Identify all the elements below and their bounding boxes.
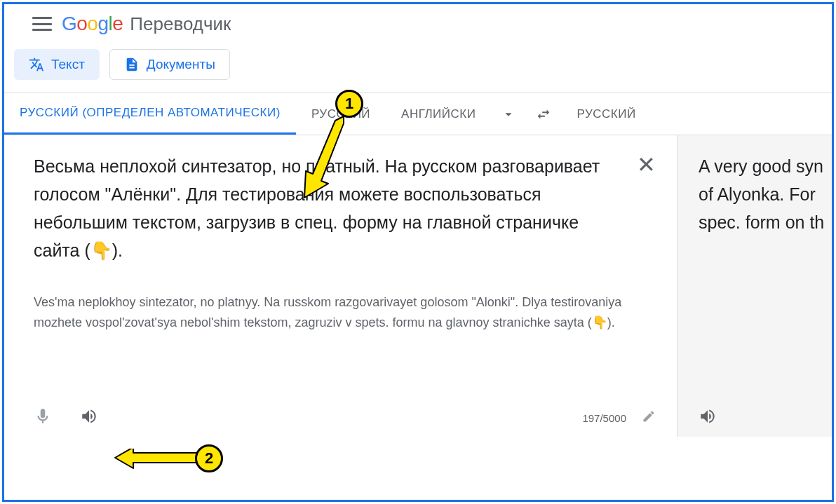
src-lang-english-tab[interactable]: АНГЛИЙСКИ [386,93,491,135]
annotation-marker-2: 2 [195,444,223,472]
annotation-marker-1: 1 [335,90,363,118]
document-icon [124,57,140,72]
speaker-icon [80,407,98,425]
google-logo: Google [62,13,123,35]
mode-text-button[interactable]: Текст [14,49,100,80]
app-name: Переводчик [130,13,231,35]
source-toolbar: 197/5000 [34,407,656,428]
language-bar: РУССКИЙ (ОПРЕДЕЛЕН АВТОМАТИЧЕСКИ) РУССКИ… [4,93,832,135]
swap-icon [536,107,551,122]
src-lang-more-button[interactable] [491,107,526,122]
char-count: 197/5000 [582,412,626,424]
mode-documents-button[interactable]: Документы [109,49,230,80]
microphone-icon [34,407,52,425]
mode-text-label: Текст [51,57,85,72]
panels: Весьма неплохой синтезатор, но платный. … [4,135,832,437]
target-panel: A very good syn of Alyonka. For spec. fo… [677,135,832,437]
source-transliteration: Ves'ma neplokhoy sintezator, no platnyy.… [34,292,623,333]
mode-documents-label: Документы [147,57,215,72]
tgt-lang-russian-tab[interactable]: РУССКИЙ [561,93,651,135]
listen-source-button[interactable] [80,407,98,428]
target-text-output: A very good syn of Alyonka. For spec. fo… [699,152,825,236]
annotation-arrow-1 [293,111,356,202]
microphone-button[interactable] [34,407,52,428]
src-lang-detected-tab[interactable]: РУССКИЙ (ОПРЕДЕЛЕН АВТОМАТИЧЕСКИ) [4,93,296,135]
logo[interactable]: Google Переводчик [62,13,231,35]
translate-icon [29,57,44,72]
chevron-down-icon [501,107,516,122]
mode-row: Текст Документы [4,45,832,93]
clear-input-button[interactable]: ✕ [637,154,656,176]
target-toolbar [699,407,745,428]
speaker-icon [699,407,717,425]
keyboard-button[interactable] [642,409,656,426]
swap-languages-button[interactable] [526,107,561,122]
menu-icon[interactable] [32,17,52,31]
header: Google Переводчик [4,4,832,45]
annotation-arrow-2 [112,449,203,470]
listen-target-button[interactable] [699,416,717,428]
pencil-icon [642,409,656,423]
